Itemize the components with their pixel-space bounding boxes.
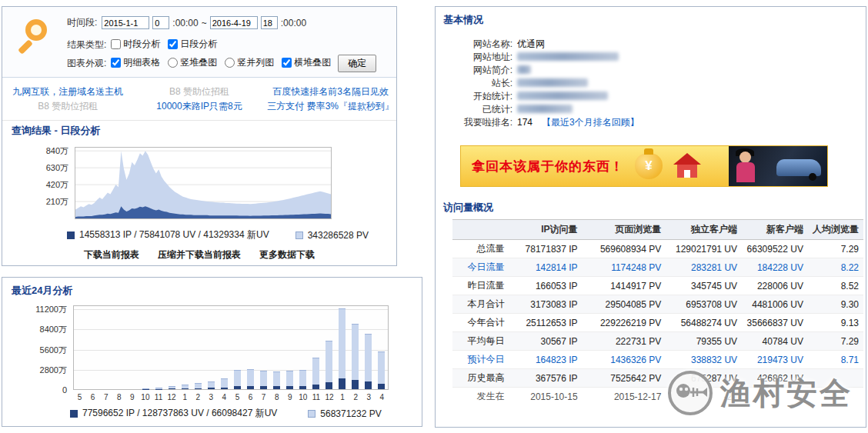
basic-info-value <box>517 78 588 88</box>
download-link[interactable]: 下载当前报表 <box>84 249 139 260</box>
traffic-cell[interactable]: 184228 UV <box>742 258 808 277</box>
yen-sign: ¥ <box>645 158 652 174</box>
legend-dark-swatch <box>67 231 75 239</box>
traffic-cell[interactable]: 283281 UV <box>666 258 742 277</box>
result-type-option[interactable]: 日段分析 <box>168 38 217 51</box>
result-type-option[interactable]: 时段分析 <box>111 38 160 51</box>
traffic-cell: 569608934 PV <box>583 240 666 258</box>
ad-banner[interactable]: 拿回本该属于你的东西！ ¥ <box>460 145 828 187</box>
traffic-row-label[interactable]: 预计今日 <box>452 351 509 369</box>
ip-bar <box>286 386 293 389</box>
chart-style-option[interactable]: 横堆叠图 <box>282 56 331 69</box>
ad-links-bar: 九网互联，注册域名送主机 B8 赞助位招租 B8 赞助位招租 10000来路IP… <box>2 78 396 121</box>
basic-info-value <box>517 91 608 102</box>
traffic-row: 今日流量142814 IP1174248 PV283281 UV184228 U… <box>452 258 863 277</box>
x-axis-label: 12 <box>322 393 336 401</box>
basic-info-label: 网站简介: <box>442 64 512 77</box>
submit-button[interactable]: 确定 <box>338 55 376 72</box>
traffic-cell[interactable]: 1174248 PV <box>583 258 666 277</box>
x-axis-label: 1 <box>179 393 192 401</box>
download-link[interactable]: 压缩并下载当前报表 <box>158 249 241 260</box>
traffic-cell: 2015-12-17 <box>583 388 666 406</box>
traffic-cell[interactable]: 8.71 <box>808 351 863 369</box>
chart-style-option[interactable]: 明细表格 <box>111 56 160 69</box>
chart-style-option[interactable]: 竖堆叠图 <box>168 56 217 69</box>
x-axis-label: 6 <box>86 393 99 401</box>
end-hour-input[interactable] <box>261 16 278 29</box>
result-type-options: 时段分析日段分析 <box>111 38 225 52</box>
legend-light-swatch <box>308 410 315 418</box>
x-axis-label: 2 <box>192 393 205 401</box>
start-hour-input[interactable] <box>152 16 169 29</box>
result-type-checkbox[interactable] <box>111 39 121 49</box>
bar-group <box>152 306 165 389</box>
traffic-header: IP访问量 <box>509 220 582 240</box>
traffic-cell[interactable]: 1436326 PV <box>583 351 666 369</box>
ad-link[interactable]: 九网互联，注册域名送主机 <box>2 85 134 99</box>
photo-dress <box>736 162 755 182</box>
traffic-cell: 40784 UV <box>742 332 808 351</box>
traffic-cell[interactable]: 338832 UV <box>666 351 742 369</box>
basic-info-label: 网站地址: <box>442 51 512 64</box>
start-date-input[interactable] <box>102 16 149 29</box>
ad-link[interactable]: 三方支付 费率3%『提款秒到』 <box>265 99 396 114</box>
bar-group <box>375 306 388 389</box>
ip-bar <box>260 386 267 389</box>
traffic-header-row: IP访问量页面浏览量独立客户端新客户端人均浏览量 <box>452 220 863 240</box>
rank-history-link[interactable]: 【最近3个月排名回顾】 <box>542 117 639 128</box>
y-axis-tick: 11200万 <box>35 304 67 315</box>
legend-light-swatch <box>295 231 303 239</box>
chart-style-checkbox[interactable] <box>111 58 121 68</box>
result-type-checkbox[interactable] <box>168 39 178 49</box>
basic-info-row: 已统计: <box>442 103 639 116</box>
bar-group <box>270 306 283 389</box>
download-link[interactable]: 更多数据下载 <box>259 249 315 260</box>
traffic-cell[interactable]: 8.22 <box>808 258 863 277</box>
ad-link[interactable]: 10000来路IP只需8元 <box>134 99 265 114</box>
ip-bar <box>169 388 175 389</box>
y-axis-tick: 8400万 <box>40 324 67 335</box>
x-axis-label: 7 <box>99 393 112 401</box>
ad-link[interactable]: 百度快速排名前3名隔日见效 <box>265 85 396 99</box>
query-form: 时间段: :00:00 ~ :00:00 结果类型: 时段分析日段分析 图表外观… <box>2 7 396 78</box>
chart-style-checkbox[interactable] <box>282 58 292 68</box>
traffic-cell[interactable]: 164823 IP <box>509 351 582 369</box>
end-date-input[interactable] <box>210 16 258 29</box>
bar-group <box>179 306 192 389</box>
chart-style-options: 明细表格竖堆叠图竖并列图横堆叠图 <box>111 56 339 70</box>
result-type-label: 结果类型: <box>67 38 106 52</box>
traffic-cell: 9.30 <box>808 295 863 314</box>
traffic-cell: 4481006 UV <box>742 295 808 314</box>
basic-info-value <box>517 104 573 115</box>
y-axis-tick: 840万 <box>46 145 68 157</box>
basic-info-label: 站长: <box>442 77 512 90</box>
daily-chart-legend: 14558313 IP / 75841078 UV / 41329334 新UV… <box>67 228 369 241</box>
monthly-section-title: 最近24月分析 <box>12 284 72 298</box>
traffic-cell[interactable]: 142814 IP <box>509 258 582 277</box>
chart-style-option[interactable]: 竖并列图 <box>225 56 274 69</box>
banner-text: 拿回本该属于你的东西！ <box>472 158 624 175</box>
chart-style-option-label: 横堆叠图 <box>294 56 331 69</box>
x-axis-label: 5 <box>73 393 86 401</box>
traffic-cell: 229226219 PV <box>583 314 666 332</box>
ad-placeholder: B8 赞助位招租 <box>2 99 134 114</box>
traffic-row-label: 昨日流量 <box>452 277 509 295</box>
moneybag-icon: ¥ <box>635 153 663 179</box>
x-axis-label: 1 <box>336 393 349 401</box>
bar-group <box>336 306 349 389</box>
basic-info-label: 已统计: <box>442 103 512 116</box>
download-links: 下载当前报表压缩并下载当前报表更多数据下载 <box>2 248 396 261</box>
basic-info-row: 网站名称:优通网 <box>442 38 639 51</box>
chart-style-radio[interactable] <box>168 58 178 68</box>
x-axis-label: 8 <box>112 393 125 401</box>
bar-group <box>283 306 296 389</box>
chart-style-radio[interactable] <box>225 58 235 68</box>
legend-dark-label: 77596652 IP / 128737863 UV / 66098427 新U… <box>82 407 277 420</box>
chart-style-label: 图表外观: <box>67 57 106 70</box>
traffic-cell[interactable]: 219473 UV <box>742 351 808 369</box>
monthly-bar-chart <box>73 305 389 390</box>
traffic-row-label[interactable]: 今日流量 <box>452 258 509 277</box>
traffic-header: 人均浏览量 <box>808 220 863 240</box>
traffic-cell: 166053 IP <box>509 277 582 295</box>
chart-style-option-label: 明细表格 <box>123 56 160 69</box>
